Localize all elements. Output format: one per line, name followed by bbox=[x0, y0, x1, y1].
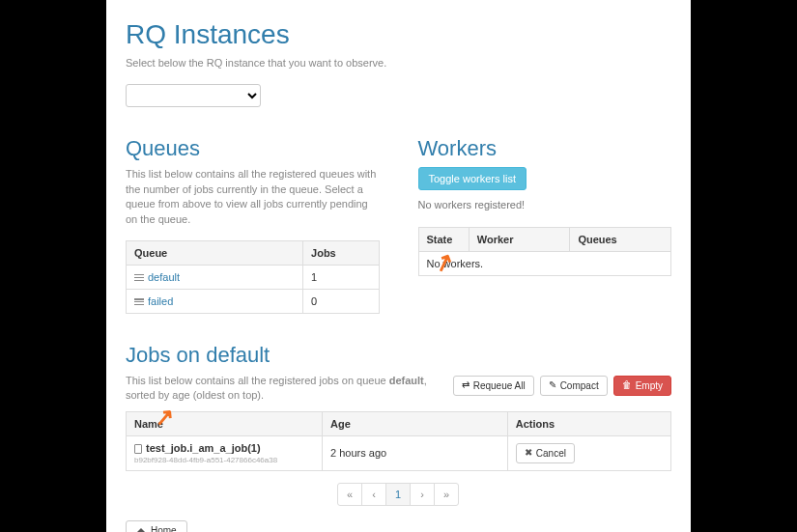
queues-heading: Queues bbox=[126, 136, 380, 161]
queues-col-jobs: Jobs bbox=[303, 240, 379, 265]
queue-jobcount: 0 bbox=[303, 289, 379, 313]
trash-icon: 🗑 bbox=[622, 380, 632, 390]
list-icon bbox=[134, 274, 144, 282]
job-name: test_job.i_am_a_job(1) bbox=[146, 442, 261, 454]
remove-icon: ✖ bbox=[525, 448, 532, 458]
requeue-all-button[interactable]: ⇄Requeue All bbox=[453, 376, 534, 396]
workers-col-worker: Worker bbox=[469, 227, 570, 251]
cancel-job-button[interactable]: ✖Cancel bbox=[516, 443, 575, 463]
workers-heading: Workers bbox=[418, 136, 672, 161]
jobs-col-actions: Actions bbox=[507, 411, 670, 435]
instance-select[interactable] bbox=[126, 84, 261, 107]
jobs-heading: Jobs on default bbox=[126, 343, 671, 368]
pagination-next[interactable]: › bbox=[410, 483, 435, 506]
workers-col-state: State bbox=[418, 227, 469, 251]
jobs-pagination: « ‹ 1 › » bbox=[126, 483, 671, 506]
pagination-prev[interactable]: ‹ bbox=[361, 483, 386, 506]
queues-table: Queue Jobs default 1 failed 0 bbox=[126, 240, 380, 314]
toggle-workers-button[interactable]: Toggle workers list bbox=[418, 167, 527, 190]
page-title: RQ Instances bbox=[126, 19, 671, 50]
queue-row: failed 0 bbox=[127, 289, 380, 313]
page-subtitle: Select below the RQ instance that you wa… bbox=[126, 56, 671, 70]
job-row: test_job.i_am_a_job(1) b92bf928-48dd-4fb… bbox=[127, 435, 671, 470]
list-icon bbox=[134, 298, 144, 306]
queue-row: default 1 bbox=[127, 265, 380, 289]
resize-small-icon: ✎ bbox=[549, 380, 556, 390]
jobs-table: Name Age Actions test_job.i_am_a_job(1) … bbox=[126, 411, 671, 471]
home-button[interactable]: Home bbox=[126, 520, 187, 532]
retweet-icon: ⇄ bbox=[462, 380, 470, 390]
pagination-page-1[interactable]: 1 bbox=[385, 483, 411, 506]
workers-col-queues: Queues bbox=[570, 227, 671, 251]
empty-button[interactable]: 🗑Empty bbox=[613, 376, 671, 396]
pagination-first[interactable]: « bbox=[337, 483, 362, 506]
job-id: b92bf928-48dd-4fb9-a551-427866c46a38 bbox=[134, 456, 314, 464]
job-age: 2 hours ago bbox=[323, 435, 508, 470]
workers-table: State Worker Queues No workers. bbox=[418, 227, 672, 276]
file-icon bbox=[134, 444, 142, 454]
no-workers-registered: No workers registered! bbox=[418, 198, 672, 212]
home-icon bbox=[136, 528, 146, 532]
jobs-col-name: Name bbox=[127, 411, 323, 435]
compact-button[interactable]: ✎Compact bbox=[540, 376, 608, 396]
queues-subtitle: This list below contains all the registe… bbox=[126, 167, 380, 227]
pagination-last[interactable]: » bbox=[434, 483, 459, 506]
jobs-subtitle: This list below contains all the registe… bbox=[126, 374, 453, 404]
queue-link-default[interactable]: default bbox=[148, 271, 180, 283]
queue-link-failed[interactable]: failed bbox=[148, 295, 173, 307]
workers-empty-row: No workers. bbox=[418, 251, 671, 275]
jobs-col-age: Age bbox=[323, 411, 508, 435]
queues-col-queue: Queue bbox=[127, 240, 303, 265]
queue-jobcount: 1 bbox=[303, 265, 379, 289]
